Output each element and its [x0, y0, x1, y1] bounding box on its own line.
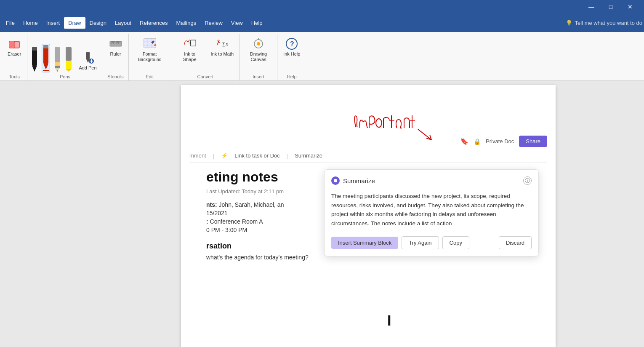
menu-bar: File Home Insert Draw Design Layout Refe…	[0, 13, 644, 32]
svg-point-41	[218, 40, 219, 42]
pens-group-label: Pens	[60, 74, 70, 80]
stencils-group-label: Stencils	[107, 74, 124, 80]
summarize-actions: Insert Summary Block Try Again Copy Disc…	[331, 236, 532, 249]
ink-to-math-button[interactable]: ∑x Ink to Math	[208, 35, 236, 59]
insert-summary-button[interactable]: Insert Summary Block	[331, 237, 398, 249]
lightbulb-icon: 💡	[566, 20, 572, 26]
drawing-canvas-label: Drawing Canvas	[246, 51, 271, 62]
toolbar-separator: |	[213, 152, 214, 159]
drawing-canvas-button[interactable]: Drawing Canvas	[243, 35, 274, 64]
toolbar-comment[interactable]: mment	[189, 152, 206, 159]
stencils-items: Ruler	[106, 34, 125, 74]
svg-rect-12	[55, 66, 60, 68]
toolbar-link[interactable]: Link to task or Doc	[234, 152, 280, 159]
menu-search-area: 💡 Tell me what you want to do	[566, 20, 642, 26]
svg-rect-4	[32, 47, 37, 51]
share-button[interactable]: Share	[519, 136, 547, 147]
title-bar: — □ ✕	[0, 0, 644, 13]
toolbar-separator2: |	[287, 152, 288, 159]
menu-mailings[interactable]: Mailings	[172, 17, 201, 29]
svg-point-37	[154, 44, 156, 46]
menu-design[interactable]: Design	[85, 17, 111, 29]
doc-top-bar: 🔖 🔒 Private Doc Share	[460, 136, 547, 147]
cursor: ▌	[388, 315, 392, 325]
ruler-label: Ruler	[110, 51, 121, 57]
svg-rect-38	[190, 40, 195, 46]
ribbon-group-insert: Drawing Canvas Insert	[240, 34, 277, 80]
tools-items: Eraser	[5, 34, 24, 74]
search-label[interactable]: Tell me what you want to do	[575, 20, 642, 26]
svg-text:∑x: ∑x	[222, 41, 228, 47]
menu-view[interactable]: View	[227, 17, 247, 29]
summarize-icon	[331, 176, 340, 185]
menu-layout[interactable]: Layout	[111, 17, 136, 29]
pen-red-button[interactable]	[42, 44, 50, 72]
menu-help[interactable]: Help	[247, 17, 267, 29]
window-controls: — □ ✕	[582, 0, 640, 13]
svg-marker-5	[32, 66, 37, 72]
menu-draw[interactable]: Draw	[64, 17, 85, 29]
edit-items: Format Background	[132, 34, 168, 74]
summarize-panel: Summarize ⓘ The meeting participants dis…	[324, 169, 539, 256]
ink-to-math-label: Ink to Math	[211, 51, 234, 57]
svg-rect-16	[66, 61, 72, 69]
pen-selected-indicator	[43, 70, 49, 71]
svg-rect-32	[144, 38, 156, 48]
highlighter-button[interactable]	[64, 46, 73, 72]
menu-file[interactable]: File	[2, 17, 19, 29]
maximize-button[interactable]: □	[601, 0, 620, 13]
eraser-button[interactable]: Eraser	[5, 35, 24, 59]
document-page: 🔖 🔒 Private Doc Share mment | ⚡ Link to …	[181, 85, 556, 347]
svg-rect-11	[55, 62, 60, 66]
ribbon-content: Eraser Tools	[0, 32, 644, 80]
toolbar-summarize[interactable]: Summarize	[295, 152, 322, 159]
discard-button[interactable]: Discard	[499, 236, 532, 249]
close-button[interactable]: ✕	[620, 0, 640, 13]
menu-references[interactable]: References	[136, 17, 172, 29]
svg-marker-17	[66, 69, 72, 72]
add-pen-icon	[81, 51, 95, 64]
menu-home[interactable]: Home	[19, 17, 42, 29]
edit-group-label: Edit	[146, 74, 154, 80]
add-pen-button[interactable]: Add Pen	[76, 49, 99, 72]
ink-to-shape-button[interactable]: Ink to Shape	[175, 35, 205, 64]
summarize-info-button[interactable]: ⓘ	[523, 176, 532, 185]
summarize-inner-dot	[334, 179, 337, 182]
insert-items: Drawing Canvas	[243, 34, 274, 74]
ink-to-shape-icon	[183, 37, 197, 51]
format-background-button[interactable]: Format Background	[132, 35, 168, 64]
pen-black-button[interactable]	[31, 46, 38, 72]
ribbon-group-tools: Eraser Tools	[2, 34, 27, 80]
svg-point-44	[257, 42, 260, 45]
ribbon: Eraser Tools	[0, 32, 644, 81]
pens-items: Add Pen	[31, 34, 99, 74]
svg-rect-1	[9, 41, 14, 48]
eraser-icon	[8, 37, 21, 51]
summarize-title-row: Summarize	[331, 176, 375, 185]
ribbon-group-pens: Add Pen Pens	[27, 34, 103, 80]
menu-insert[interactable]: Insert	[42, 17, 64, 29]
ribbon-group-edit: Format Background Edit	[129, 34, 171, 80]
format-background-icon	[143, 37, 157, 51]
try-again-button[interactable]: Try Again	[402, 236, 439, 249]
copy-button[interactable]: Copy	[442, 236, 469, 249]
menu-review[interactable]: Review	[200, 17, 227, 29]
add-pen-label: Add Pen	[79, 65, 96, 71]
pencil-button[interactable]	[53, 46, 61, 72]
ink-help-label: Ink Help	[283, 51, 300, 57]
toolbar-link-icon: ⚡	[221, 152, 228, 159]
svg-text:?: ?	[290, 40, 294, 48]
doc-divider	[189, 151, 547, 151]
minimize-button[interactable]: —	[582, 0, 601, 13]
svg-rect-18	[86, 52, 90, 59]
bookmark-icon: 🔖	[460, 137, 468, 145]
ink-help-button[interactable]: ? Ink Help	[281, 35, 303, 59]
summarize-body: The meeting participants discussed the n…	[331, 192, 532, 228]
ruler-button[interactable]: Ruler	[106, 35, 125, 59]
format-background-label: Format Background	[135, 51, 165, 62]
drawing-canvas-icon	[252, 37, 265, 51]
svg-point-48	[376, 119, 382, 127]
svg-rect-15	[66, 47, 72, 61]
document-area: 🔖 🔒 Private Doc Share mment | ⚡ Link to …	[0, 81, 644, 347]
ink-to-shape-label: Ink to Shape	[177, 51, 202, 62]
